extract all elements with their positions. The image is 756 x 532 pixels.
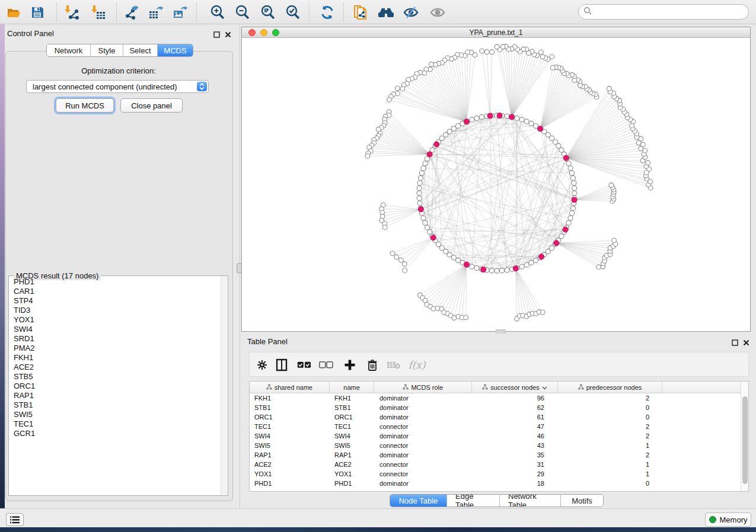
table-row[interactable]: ORC1ORC1dominator610 <box>250 412 741 422</box>
mcds-graph-node[interactable] <box>539 254 544 259</box>
mcds-graph-node[interactable] <box>481 267 486 273</box>
mcds-result-item[interactable]: FKH1 <box>9 353 221 363</box>
mcds-graph-node[interactable] <box>563 155 569 161</box>
graph-node[interactable] <box>505 268 509 273</box>
column-header-name[interactable]: name <box>330 382 375 393</box>
graph-node[interactable] <box>395 86 400 91</box>
mcds-result-item[interactable]: SWI4 <box>9 325 221 334</box>
import-network-icon[interactable] <box>62 3 81 22</box>
graph-node[interactable] <box>505 114 509 118</box>
zoom-fit-icon[interactable] <box>259 3 277 22</box>
graph-node[interactable] <box>470 264 474 269</box>
mcds-result-item[interactable]: GCR1 <box>9 429 221 438</box>
mcds-result-item[interactable]: TID3 <box>9 306 221 315</box>
import-table-icon[interactable] <box>89 3 108 22</box>
graph-node[interactable] <box>479 114 484 119</box>
graph-node[interactable] <box>464 315 468 320</box>
table-row[interactable]: PHD1PHD1dominator180 <box>250 479 741 488</box>
graph-node[interactable] <box>559 148 564 152</box>
memory-button[interactable]: Memory <box>705 512 751 527</box>
graph-node[interactable] <box>646 161 650 165</box>
network-from-file-icon[interactable] <box>351 3 370 22</box>
mcds-result-item[interactable]: ACE2 <box>9 363 221 372</box>
mcds-result-item[interactable]: PMA2 <box>9 344 221 353</box>
graph-node[interactable] <box>431 306 436 311</box>
graph-node[interactable] <box>490 50 495 55</box>
graph-node[interactable] <box>484 50 489 55</box>
zoom-out-icon[interactable] <box>233 3 252 22</box>
deselect-all-rows-icon[interactable] <box>318 358 334 372</box>
graph-node[interactable] <box>572 191 577 196</box>
network-graph-canvas[interactable] <box>242 38 750 331</box>
optimization-criterion-select[interactable]: largest connected component (undirected) <box>26 80 209 93</box>
mcds-graph-node[interactable] <box>554 241 559 246</box>
graph-node[interactable] <box>607 86 611 91</box>
graph-node[interactable] <box>390 251 395 256</box>
graph-node[interactable] <box>539 50 544 55</box>
graph-node[interactable] <box>566 220 571 225</box>
graph-node[interactable] <box>451 126 456 131</box>
mcds-graph-node[interactable] <box>563 227 568 232</box>
show-graphics-details-icon[interactable] <box>428 3 447 22</box>
node-table-scrollbar[interactable] <box>741 382 748 491</box>
graph-node[interactable] <box>568 216 573 220</box>
search-box[interactable] <box>578 4 749 20</box>
table-row[interactable]: ACE2ACE2connector311 <box>250 460 741 469</box>
graph-node[interactable] <box>566 161 571 166</box>
save-session-icon[interactable] <box>28 3 47 22</box>
open-session-icon[interactable] <box>4 3 23 22</box>
graph-node[interactable] <box>609 183 614 188</box>
table-row[interactable]: STB1STB1dominator620 <box>250 403 741 412</box>
graph-node[interactable] <box>423 161 428 166</box>
mcds-graph-node[interactable] <box>430 235 436 241</box>
graph-node[interactable] <box>519 117 524 122</box>
column-header-predecessor-nodes[interactable]: predecessor nodes <box>558 382 663 393</box>
graph-node[interactable] <box>474 265 479 270</box>
graph-node[interactable] <box>365 154 370 159</box>
mcds-result-scrollbar[interactable] <box>221 277 227 495</box>
mcds-result-item[interactable]: STP4 <box>9 296 221 306</box>
graph-node[interactable] <box>417 196 422 200</box>
graph-node[interactable] <box>495 44 499 49</box>
graph-node[interactable] <box>568 166 573 171</box>
split-view-icon[interactable] <box>274 358 289 372</box>
mcds-result-item[interactable]: SRD1 <box>9 334 221 344</box>
graph-node[interactable] <box>533 123 538 128</box>
graph-node[interactable] <box>515 116 519 120</box>
float-panel-icon[interactable] <box>732 338 738 348</box>
graph-node[interactable] <box>455 258 460 262</box>
graph-node[interactable] <box>643 148 647 153</box>
mcds-graph-node[interactable] <box>513 266 518 271</box>
table-row[interactable]: RAP1RAP1dominator352 <box>250 450 741 460</box>
select-all-rows-icon[interactable] <box>296 358 312 372</box>
graph-node[interactable] <box>569 211 574 216</box>
tab-motifs[interactable]: Motifs <box>560 495 603 507</box>
network-view-window[interactable]: YPA_prune.txt_1 <box>241 27 751 332</box>
mcds-graph-node[interactable] <box>487 113 493 118</box>
graph-node[interactable] <box>400 86 405 91</box>
graph-node[interactable] <box>529 260 534 265</box>
graph-node[interactable] <box>429 62 434 67</box>
graph-node[interactable] <box>423 220 428 225</box>
graph-node[interactable] <box>470 117 474 122</box>
graph-node[interactable] <box>519 264 524 269</box>
table-row[interactable]: FKH1FKH1dominator962 <box>250 393 741 403</box>
scrollbar-thumb[interactable] <box>742 396 748 484</box>
mcds-graph-node[interactable] <box>464 262 469 267</box>
graph-node[interactable] <box>403 268 407 273</box>
table-row[interactable]: YOX1YOX1connector291 <box>250 469 741 479</box>
mcds-result-item[interactable]: CAR1 <box>9 287 221 296</box>
graph-node[interactable] <box>596 265 601 270</box>
graph-node[interactable] <box>417 181 422 185</box>
mcds-result-item[interactable]: YOX1 <box>9 315 221 325</box>
mcds-graph-node[interactable] <box>572 197 577 203</box>
graph-node[interactable] <box>540 310 545 315</box>
export-network-icon[interactable] <box>123 3 142 22</box>
table-row[interactable]: SWI5SWI5connector431 <box>250 441 741 450</box>
graph-node[interactable] <box>569 171 574 175</box>
graph-node[interactable] <box>612 238 617 243</box>
graph-node[interactable] <box>419 171 424 175</box>
graph-node[interactable] <box>425 225 429 230</box>
mcds-result-item[interactable]: PHD1 <box>9 277 221 287</box>
run-mcds-button[interactable]: Run MCDS <box>56 98 114 113</box>
